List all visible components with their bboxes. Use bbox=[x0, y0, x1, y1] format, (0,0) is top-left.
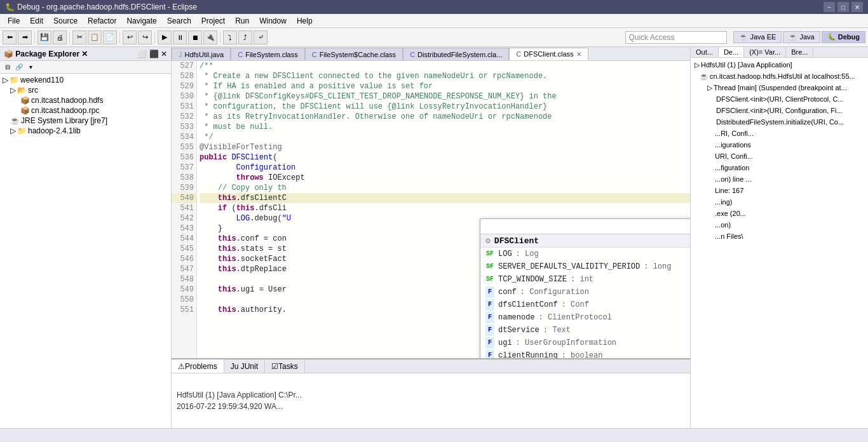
main-layout: 📦 Package Explorer ✕ ⬜ ⬛ ✕ ⊟ 🔗 ▾ ▷ 📁 wee… bbox=[0, 47, 868, 428]
ac-item-LOG[interactable]: SF LOG : Log bbox=[480, 248, 690, 260]
debug-item-uri-confi-2[interactable]: URI, Confi... bbox=[692, 151, 867, 162]
bottom-panel: ⚠ Problems Ju JUnit ☑ Tasks HdfsUtil (1)… bbox=[172, 358, 690, 428]
ac-item-ugi[interactable]: F ugi : UserGroupInformation bbox=[480, 337, 690, 349]
ac-icon-f2: F bbox=[485, 299, 494, 311]
tab-junit[interactable]: Ju JUnit bbox=[224, 359, 265, 373]
link-editor-button[interactable]: 🔗 bbox=[14, 62, 24, 72]
debug-item-label: cn.itcast.hadoop.hdfs.HdfsUtil at localh… bbox=[710, 71, 855, 81]
toolbar-debug-resume[interactable]: ▶ bbox=[158, 30, 172, 44]
debug-item-igurations[interactable]: ...igurations bbox=[692, 139, 867, 151]
toolbar-debug-stop[interactable]: ⏹ bbox=[188, 30, 202, 44]
perspective-java[interactable]: ☕ Java bbox=[783, 31, 820, 43]
tab-filesystemcache[interactable]: C FileSystem$Cache.class bbox=[305, 48, 403, 60]
debug-item-thread[interactable]: ▷ Thread [main] (Suspended (breakpoint a… bbox=[692, 82, 867, 93]
tab-close-button[interactable]: ✕ bbox=[576, 51, 581, 58]
ac-item-conf[interactable]: F conf : Configuration bbox=[480, 286, 690, 298]
debug-item-dfsclient-init-1[interactable]: DFSClient.<init>(URI, ClientProtocol, C.… bbox=[692, 93, 867, 105]
menu-edit[interactable]: Edit bbox=[25, 15, 48, 27]
tree-item-hadoop-lib[interactable]: ▷ 📁 hadoop-2.4.1lib bbox=[0, 126, 171, 136]
view-menu-button[interactable]: ▾ bbox=[25, 62, 36, 72]
tree-item-label: src bbox=[28, 86, 38, 95]
tab-problems[interactable]: ⚠ Problems bbox=[172, 359, 224, 373]
ac-item-clientRunning[interactable]: F clientRunning : boolean bbox=[480, 349, 690, 358]
toolbar-btn-4[interactable]: 🖨 bbox=[53, 30, 67, 44]
tab-hdfsutil[interactable]: J HdfsUtil.java bbox=[172, 48, 231, 60]
toolbar-step-return[interactable]: ⤶ bbox=[254, 30, 268, 44]
menu-search[interactable]: Search bbox=[162, 15, 196, 27]
debug-item-figuration[interactable]: ...figuration bbox=[692, 162, 867, 173]
close-button[interactable]: ✕ bbox=[851, 2, 863, 12]
debug-item-files[interactable]: ...n Files\ bbox=[692, 231, 867, 242]
tree-item-hdfs-pkg[interactable]: 📦 cn.itcast.hadoop.hdfs bbox=[0, 95, 171, 105]
tree-item-src[interactable]: ▷ 📂 src bbox=[0, 85, 171, 95]
debug-item-dfsclient-init-2[interactable]: DFSClient.<init>(URI, Configuration, Fi.… bbox=[692, 105, 867, 116]
debug-item-on-line[interactable]: ...on) line ... bbox=[692, 173, 867, 185]
ac-item-namenode[interactable]: F namenode : ClientProtocol bbox=[480, 311, 690, 324]
window-title: Debug - org.apache.hadoop.hdfs.DFSClient… bbox=[17, 3, 197, 11]
maximize-button[interactable]: □ bbox=[837, 2, 849, 12]
debug-item-uri-confi[interactable]: ...RI, Confi... bbox=[692, 128, 867, 139]
tab-distributedfs[interactable]: C DistributedFileSystem.cla... bbox=[403, 48, 509, 60]
tab-debug[interactable]: De... bbox=[719, 47, 744, 57]
package-icon: 📦 bbox=[20, 106, 30, 115]
tree-item-jre[interactable]: ☕ JRE System Library [jre7] bbox=[0, 116, 171, 126]
toolbar-step-into[interactable]: ⤵ bbox=[223, 30, 237, 44]
menu-window[interactable]: Window bbox=[254, 15, 292, 27]
ac-item-SERVER_DEFAULTS[interactable]: SF SERVER_DEFAULTS_VALIDITY_PERIOD : lon… bbox=[480, 260, 690, 273]
toolbar-step-over[interactable]: ⤴ bbox=[238, 30, 252, 44]
debug-item-on[interactable]: ...on) bbox=[692, 219, 867, 231]
debug-item-cn-itcast[interactable]: ☕ cn.itcast.hadoop.hdfs.HdfsUtil at loca… bbox=[692, 70, 867, 82]
toolbar-btn-1[interactable]: ⬅ bbox=[3, 30, 17, 44]
toolbar-btn-3[interactable]: 💾 bbox=[37, 30, 51, 44]
tab-icon: C bbox=[312, 51, 317, 58]
debug-tree: ▷ HdfsUtil (1) [Java Application] ☕ cn.i… bbox=[691, 58, 868, 428]
menu-file[interactable]: File bbox=[3, 15, 25, 27]
toolbar-btn-9[interactable]: ↪ bbox=[138, 30, 152, 44]
tree-item-label: hadoop-2.4.1lib bbox=[28, 126, 81, 135]
tab-filesystem[interactable]: C FileSystem.class bbox=[231, 48, 304, 60]
quick-access-box[interactable]: Quick Access bbox=[625, 31, 727, 44]
line-numbers: 527 528 529 530 531 532 533 534 535 536 … bbox=[172, 61, 197, 358]
debug-item-ing[interactable]: ...ing) bbox=[692, 196, 867, 208]
tab-variables[interactable]: (X)= Var... bbox=[744, 47, 786, 57]
autocomplete-popup: ⚙ DFSClient Ctrl + o，显示成员 SF LOG : Log S… bbox=[480, 218, 690, 358]
menu-project[interactable]: Project bbox=[196, 15, 230, 27]
ac-item-dfsClientConf[interactable]: F dfsClientConf : Conf bbox=[480, 298, 690, 311]
debug-item-distfs-init[interactable]: DistributedFileSystem.initialize(URI, Co… bbox=[692, 116, 867, 128]
toolbar-btn-5[interactable]: ✂ bbox=[72, 30, 86, 44]
menu-run[interactable]: Run bbox=[230, 15, 254, 27]
tab-outline[interactable]: Out... bbox=[691, 47, 719, 57]
minimize-button[interactable]: − bbox=[824, 2, 835, 12]
toolbar-btn-2[interactable]: ➡ bbox=[18, 30, 32, 44]
tab-breakpoints[interactable]: Bre... bbox=[786, 47, 813, 57]
menu-refactor[interactable]: Refactor bbox=[83, 15, 121, 27]
toolbar-debug-suspend[interactable]: ⏸ bbox=[173, 30, 187, 44]
tab-tasks[interactable]: ☑ Tasks bbox=[265, 359, 305, 373]
debug-item-hdfsutil[interactable]: ▷ HdfsUtil (1) [Java Application] bbox=[692, 59, 867, 70]
autocomplete-input[interactable] bbox=[480, 219, 690, 234]
ac-item-TCP_WINDOW[interactable]: SF TCP_WINDOW_SIZE : int bbox=[480, 273, 690, 286]
toolbar-btn-6[interactable]: 📋 bbox=[88, 30, 102, 44]
perspective-debug[interactable]: 🐛 Debug bbox=[822, 31, 865, 43]
tab-tasks-label: Tasks bbox=[278, 362, 298, 371]
toolbar-btn-8[interactable]: ↩ bbox=[123, 30, 137, 44]
panel-header-controls: ⬜ ⬛ ✕ bbox=[137, 50, 167, 58]
collapse-all-button[interactable]: ⊟ bbox=[3, 62, 13, 72]
debug-item-exe[interactable]: .exe (20... bbox=[692, 208, 867, 219]
tab-dfsclient[interactable]: C DFSClient.class ✕ bbox=[509, 48, 588, 60]
package-explorer-toolbar: ⊟ 🔗 ▾ bbox=[0, 61, 171, 74]
perspective-javaee[interactable]: ☕ Java EE bbox=[733, 31, 782, 43]
menu-source[interactable]: Source bbox=[48, 15, 83, 27]
tree-item-weekend110[interactable]: ▷ 📁 weekend110 bbox=[0, 75, 171, 85]
tree-item-rpc-pkg[interactable]: 📦 cn.itcast.hadoop.rpc bbox=[0, 105, 171, 116]
package-explorer-title: 📦 Package Explorer ✕ bbox=[4, 50, 88, 58]
toolbar-btn-7[interactable]: 📄 bbox=[103, 30, 117, 44]
menu-navigate[interactable]: Navigate bbox=[121, 15, 161, 27]
debug-item-line167[interactable]: Line: 167 bbox=[692, 185, 867, 196]
ac-icon-sf3: SF bbox=[485, 274, 494, 285]
line-549: 549 bbox=[172, 285, 196, 295]
toolbar-debug-disconnect[interactable]: 🔌 bbox=[203, 30, 217, 44]
line-531: 531 bbox=[172, 102, 196, 112]
ac-item-dtService[interactable]: F dtService : Text bbox=[480, 324, 690, 337]
menu-help[interactable]: Help bbox=[292, 15, 318, 27]
